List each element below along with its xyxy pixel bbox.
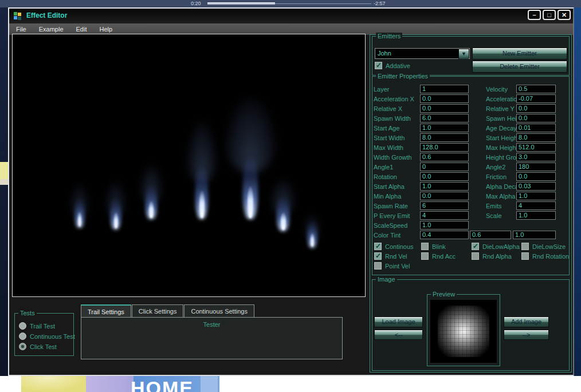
checkbox-box-continous — [374, 243, 382, 250]
field-color-tint-1[interactable]: 0.4 — [420, 231, 469, 239]
label-start-alpha: Start Alpha — [374, 183, 405, 190]
radio-click-test[interactable]: Click Test — [19, 343, 57, 350]
radio-trail-test[interactable]: Trail Test — [19, 322, 55, 330]
field-acceleration-y[interactable]: -0.07 — [516, 94, 556, 103]
field-relative-y[interactable]: 0.0 — [516, 104, 556, 113]
minimize-button[interactable]: – — [528, 10, 541, 20]
effect-canvas[interactable] — [12, 34, 366, 297]
tester-label: Tester — [81, 321, 342, 328]
load-image-button[interactable]: Load Image — [374, 316, 423, 327]
field-p-every-emit[interactable]: 4 — [420, 211, 469, 220]
field-angle2[interactable]: 180 — [516, 163, 556, 171]
menu-example[interactable]: Example — [39, 26, 64, 33]
checkbox-label-point-vel: Point Vel — [385, 263, 410, 270]
close-button[interactable]: ✕ — [558, 10, 571, 20]
field-start-age[interactable]: 1.0 — [420, 124, 469, 132]
emitters-group: Emitters John ▼ New Emitter Addative Del… — [372, 36, 570, 76]
label-spawn-rate: Spawn Rate — [374, 203, 408, 209]
field-start-width[interactable]: 8.0 — [420, 133, 469, 142]
checkbox-rnd-rotation[interactable]: Rnd Rotation — [521, 252, 569, 260]
field-width-growth[interactable]: 0.6 — [420, 153, 469, 161]
checkbox-blink[interactable]: Blink — [421, 243, 446, 250]
emitter-properties-group-label: Emitter Properties — [376, 73, 430, 80]
label-min-alpha: Min Alpha — [374, 193, 401, 200]
field-scale[interactable]: 1.0 — [516, 211, 556, 220]
flame-core-3 — [149, 201, 154, 218]
maximize-button[interactable]: □ — [543, 10, 556, 20]
delete-emitter-button[interactable]: Delete Emitter — [472, 61, 567, 73]
field-spawn-height[interactable]: 0.0 — [516, 114, 556, 122]
field-relative-x[interactable]: 0.0 — [420, 104, 469, 113]
preview-group: Preview — [427, 294, 500, 366]
background-graphic-purple — [86, 376, 134, 392]
field-rotation[interactable]: 0.0 — [420, 172, 469, 181]
radio-label-click-test: Click Test — [30, 343, 57, 350]
label-max-alpha: Max Alpha — [486, 193, 515, 200]
checkbox-label-blink: Blink — [432, 243, 446, 250]
desktop: 0:20 -2:57 HOME Effect Editor – □ ✕ File… — [0, 0, 581, 392]
tab-click-settings[interactable]: Click Settings — [132, 304, 184, 317]
add-image-button[interactable]: Add Image — [504, 316, 549, 327]
label-rotation: Rotation — [374, 173, 397, 180]
checkbox-continous[interactable]: Continous — [374, 243, 414, 250]
label-friction: Friction — [486, 173, 507, 180]
field-velocity[interactable]: 0.5 — [516, 85, 556, 93]
checkbox-box-additive — [375, 62, 382, 69]
flame-core-6 — [281, 212, 286, 230]
desktop-artifact — [0, 162, 8, 179]
label-max-height: Max Height — [486, 144, 518, 151]
field-age-decay[interactable]: 0.01 — [516, 124, 556, 132]
field-color-tint-3[interactable]: 1.0 — [513, 231, 556, 239]
field-max-height[interactable]: 512.0 — [516, 143, 556, 152]
field-color-tint-2[interactable]: 0.6 — [470, 231, 511, 239]
pixel-grid-overlay — [430, 300, 497, 363]
checkbox-rnd-vel[interactable]: Rnd Vel — [374, 252, 407, 260]
tests-group: Tests Trail TestContinuous TestClick Tes… — [14, 313, 74, 356]
checkbox-rnd-alpha[interactable]: Rnd Alpha — [472, 252, 512, 260]
field-start-height[interactable]: 8.0 — [516, 133, 556, 142]
checkbox-label-continous: Continous — [385, 243, 414, 250]
field-emits[interactable]: 4 — [516, 201, 556, 210]
field-min-alpha[interactable]: 0.0 — [420, 192, 469, 200]
field-layer[interactable]: 1 — [420, 85, 469, 93]
checkbox-rnd-acc[interactable]: Rnd Acc — [421, 252, 456, 260]
title-bar[interactable]: Effect Editor – □ ✕ — [9, 9, 573, 24]
previous-image-button[interactable]: <-- — [374, 330, 423, 340]
checkbox-dielowalpha[interactable]: DieLowAlpha — [472, 243, 520, 250]
flame-core-1 — [78, 212, 81, 227]
field-alpha-decay[interactable]: 0.03 — [516, 182, 556, 191]
field-start-alpha[interactable]: 1.0 — [420, 182, 469, 191]
checkbox-point-vel[interactable]: Point Vel — [374, 262, 410, 270]
menu-file[interactable]: File — [16, 26, 26, 33]
effect-editor-window: Effect Editor – □ ✕ FileExampleEditHelp … — [8, 7, 574, 376]
field-spawn-rate[interactable]: 6 — [420, 201, 469, 210]
additive-checkbox[interactable]: Addative — [375, 62, 410, 69]
emitter-select[interactable]: John ▼ — [375, 48, 470, 59]
next-image-button[interactable]: --> — [504, 330, 549, 340]
chevron-down-icon[interactable]: ▼ — [458, 49, 469, 59]
menu-help[interactable]: Help — [100, 26, 113, 33]
label-max-width: Max Width — [374, 144, 403, 151]
radio-circle-trail-test — [19, 322, 26, 330]
menu-edit[interactable]: Edit — [76, 26, 87, 33]
checkbox-dielowsize[interactable]: DieLowSize — [521, 243, 566, 250]
media-progress-slider[interactable] — [207, 2, 275, 5]
field-max-alpha[interactable]: 1.0 — [516, 192, 556, 200]
flame-core-2 — [114, 212, 118, 228]
label-start-width: Start Width — [374, 134, 405, 141]
tab-trail-settings[interactable]: Trail Settings — [81, 304, 131, 317]
field-max-width[interactable]: 128.0 — [420, 143, 469, 152]
radio-continuous-test[interactable]: Continuous Test — [19, 332, 75, 340]
field-angle1[interactable]: 0 — [420, 163, 469, 171]
tab-continuous-settings[interactable]: Continuous Settings — [184, 304, 254, 317]
field-spawn-width[interactable]: 6.0 — [420, 114, 469, 122]
checkbox-box-dielowsize — [521, 243, 529, 250]
field-height-growth[interactable]: 3.0 — [516, 153, 556, 161]
field-scalespeed[interactable]: 1.0 — [420, 221, 469, 229]
background-graphic-blue-light — [201, 376, 218, 392]
new-emitter-button[interactable]: New Emitter — [472, 47, 567, 60]
label-relative-y: Relative Y — [486, 105, 515, 112]
field-acceleration-x[interactable]: 0.0 — [420, 94, 469, 103]
label-color-tint: Color Tint — [374, 232, 401, 239]
field-friction[interactable]: 0.0 — [516, 172, 556, 181]
